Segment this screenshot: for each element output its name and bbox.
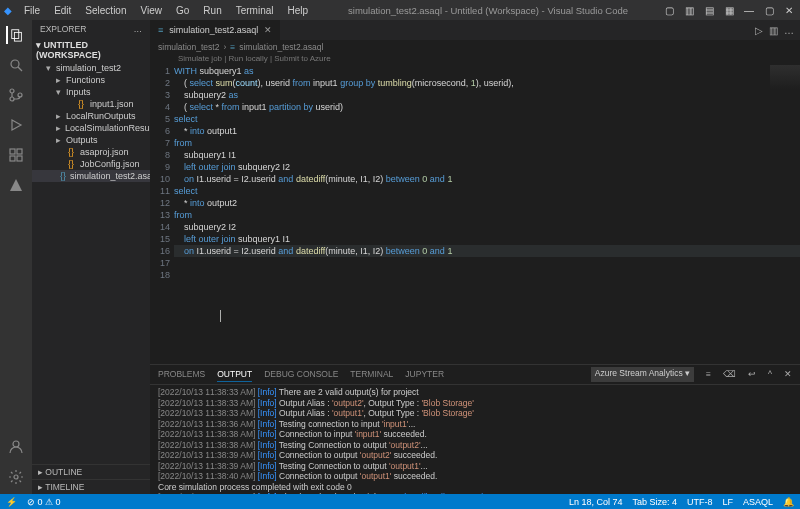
svg-point-13: [13, 441, 19, 447]
window-title: simulation_test2.asaql - Untitled (Works…: [314, 5, 662, 16]
layout-custom-icon[interactable]: ▦: [722, 5, 736, 16]
wrap-icon[interactable]: ↩: [748, 367, 756, 382]
status-problems[interactable]: ⊘ 0 ⚠ 0: [27, 497, 61, 507]
svg-line-3: [18, 67, 22, 71]
tree-item-localrunoutputs[interactable]: ▸LocalRunOutputs: [32, 110, 150, 122]
tree-item-input1-json[interactable]: {}input1.json: [32, 98, 150, 110]
menu-bar: FileEditSelectionViewGoRunTerminalHelp: [18, 3, 314, 18]
panel-tab-bar: PROBLEMSOUTPUTDEBUG CONSOLETERMINALJUPYT…: [150, 365, 800, 385]
explorer-header: EXPLORER …: [32, 20, 150, 38]
breadcrumb[interactable]: simulation_test2› ≡simulation_test2.asaq…: [150, 40, 800, 54]
run-tab-icon[interactable]: ▷: [755, 25, 763, 36]
status-item-2[interactable]: UTF-8: [687, 497, 713, 507]
workspace-root[interactable]: ▾ UNTITLED (WORKSPACE): [32, 38, 150, 62]
menu-edit[interactable]: Edit: [48, 3, 77, 18]
settings-gear-icon[interactable]: [7, 468, 25, 486]
clear-icon[interactable]: ⌫: [723, 367, 736, 382]
svg-point-4: [10, 89, 14, 93]
credential-server-link[interactable]: http://localhost:8999/: [404, 492, 482, 494]
layout-side-icon[interactable]: ▤: [702, 5, 716, 16]
svg-rect-1: [14, 32, 21, 41]
layout-primary-icon[interactable]: ▢: [662, 5, 676, 16]
tab-close-icon[interactable]: ✕: [264, 25, 272, 35]
panel-tab-output[interactable]: OUTPUT: [217, 367, 252, 382]
bottom-panel: PROBLEMSOUTPUTDEBUG CONSOLETERMINALJUPYT…: [150, 364, 800, 494]
tree-item-functions[interactable]: ▸Functions: [32, 74, 150, 86]
tab-bar: ≡ simulation_test2.asaql ✕ ▷ ▥ …: [150, 20, 800, 40]
line-gutter: 123456789101112131415161718: [150, 65, 174, 364]
panel-tab-jupyter[interactable]: JUPYTER: [405, 367, 444, 382]
code-lens[interactable]: Simulate job | Run locally | Submit to A…: [150, 54, 800, 65]
panel-tab-terminal[interactable]: TERMINAL: [350, 367, 393, 382]
run-debug-icon[interactable]: [7, 116, 25, 134]
menu-selection[interactable]: Selection: [79, 3, 132, 18]
explorer-title: EXPLORER: [40, 24, 86, 34]
tree-item-simulation_test2[interactable]: ▾simulation_test2: [32, 62, 150, 74]
status-item-5[interactable]: 🔔: [783, 497, 794, 507]
account-icon[interactable]: [7, 438, 25, 456]
menu-run[interactable]: Run: [197, 3, 227, 18]
svg-rect-0: [12, 30, 19, 39]
output-channel-dropdown[interactable]: Azure Stream Analytics ▾: [591, 367, 694, 382]
chevron-up-icon[interactable]: ^: [768, 367, 772, 382]
svg-point-14: [14, 475, 18, 479]
menu-file[interactable]: File: [18, 3, 46, 18]
tree-item-inputs[interactable]: ▾Inputs: [32, 86, 150, 98]
svg-marker-12: [10, 179, 22, 191]
output-content[interactable]: [2022/10/13 11:38:33 AM] [Info] There ar…: [150, 385, 800, 494]
extensions-icon[interactable]: [7, 146, 25, 164]
tab-file-icon: ≡: [158, 25, 163, 35]
section-outline[interactable]: ▸ OUTLINE: [32, 464, 150, 479]
tab-label: simulation_test2.asaql: [169, 25, 258, 35]
split-editor-icon[interactable]: ▥: [769, 25, 778, 36]
file-tree: ▾simulation_test2▸Functions▾Inputs{}inpu…: [32, 62, 150, 464]
close-button[interactable]: ✕: [782, 5, 796, 16]
menu-go[interactable]: Go: [170, 3, 195, 18]
azure-icon[interactable]: [7, 176, 25, 194]
status-item-1[interactable]: Tab Size: 4: [632, 497, 677, 507]
code-editor[interactable]: 123456789101112131415161718 WITH subquer…: [150, 65, 800, 364]
file-icon: {}: [66, 147, 76, 157]
section-timeline[interactable]: ▸ TIMELINE: [32, 479, 150, 494]
file-icon: {}: [60, 171, 66, 181]
text-cursor: [220, 310, 221, 322]
menu-help[interactable]: Help: [282, 3, 315, 18]
window-controls: ▢ ▥ ▤ ▦ — ▢ ✕: [662, 5, 796, 16]
svg-marker-7: [12, 120, 21, 130]
tree-item-outputs[interactable]: ▸Outputs: [32, 134, 150, 146]
svg-rect-11: [17, 156, 22, 161]
status-bar: ⚡ ⊘ 0 ⚠ 0 Ln 18, Col 74Tab Size: 4UTF-8L…: [0, 494, 800, 509]
lock-icon[interactable]: ≡: [706, 367, 711, 382]
source-control-icon[interactable]: [7, 86, 25, 104]
file-icon: {}: [66, 159, 76, 169]
file-icon: {}: [76, 99, 86, 109]
panel-tab-problems[interactable]: PROBLEMS: [158, 367, 205, 382]
svg-rect-9: [17, 149, 22, 154]
status-item-0[interactable]: Ln 18, Col 74: [569, 497, 623, 507]
layout-panel-icon[interactable]: ▥: [682, 5, 696, 16]
tree-item-simulation_test2-asaql[interactable]: {}simulation_test2.asaql: [32, 170, 150, 182]
activity-bar: [0, 20, 32, 494]
tree-item-asaproj-json[interactable]: {}asaproj.json: [32, 146, 150, 158]
tree-item-localsimulationresults[interactable]: ▸LocalSimulationResults: [32, 122, 150, 134]
maximize-button[interactable]: ▢: [762, 5, 776, 16]
explorer-icon[interactable]: [6, 26, 24, 44]
status-item-3[interactable]: LF: [722, 497, 733, 507]
search-icon[interactable]: [7, 56, 25, 74]
svg-point-2: [11, 60, 19, 68]
menu-terminal[interactable]: Terminal: [230, 3, 280, 18]
close-panel-icon[interactable]: ✕: [784, 367, 792, 382]
menu-view[interactable]: View: [135, 3, 169, 18]
status-item-4[interactable]: ASAQL: [743, 497, 773, 507]
tree-item-jobconfig-json[interactable]: {}JobConfig.json: [32, 158, 150, 170]
editor-tab[interactable]: ≡ simulation_test2.asaql ✕: [150, 20, 281, 40]
explorer-sidebar: EXPLORER … ▾ UNTITLED (WORKSPACE) ▾simul…: [32, 20, 150, 494]
more-tab-icon[interactable]: …: [784, 25, 794, 36]
explorer-more-icon[interactable]: …: [134, 24, 143, 34]
remote-indicator[interactable]: ⚡: [6, 497, 17, 507]
panel-tab-debug-console[interactable]: DEBUG CONSOLE: [264, 367, 338, 382]
minimap[interactable]: [770, 65, 800, 105]
svg-rect-8: [10, 149, 15, 154]
minimize-button[interactable]: —: [742, 5, 756, 16]
code-content[interactable]: WITH subquery1 as ( select sum(count), u…: [174, 65, 800, 364]
